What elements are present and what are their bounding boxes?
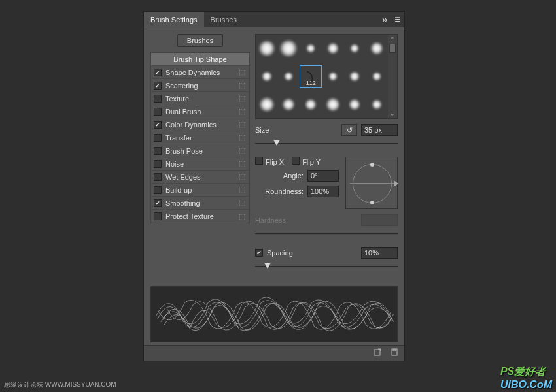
lock-icon[interactable]: ⬚: [237, 146, 247, 155]
brush-tip-shape-header[interactable]: Brush Tip Shape: [151, 53, 249, 66]
flip-x-checkbox[interactable]: Flip X: [255, 157, 284, 166]
option-label: Protect Texture: [165, 212, 237, 220]
stroke-preview: [150, 286, 398, 342]
trash-icon[interactable]: [390, 348, 399, 359]
option-label: Wet Edges: [165, 173, 237, 181]
reset-size-button[interactable]: ↺: [341, 124, 357, 136]
checkbox-icon[interactable]: [154, 121, 162, 129]
checkbox-icon[interactable]: [154, 186, 162, 194]
roundness-value[interactable]: 100%: [307, 186, 339, 197]
checkbox-icon[interactable]: [154, 173, 162, 181]
flip-y-checkbox[interactable]: Flip Y: [292, 157, 321, 166]
checkbox-icon[interactable]: [154, 199, 162, 207]
option-label: Dual Brush: [165, 108, 237, 116]
lock-icon[interactable]: ⬚: [237, 68, 247, 76]
arrow-right-icon: [394, 180, 398, 187]
lock-icon[interactable]: ⬚: [237, 120, 247, 129]
lock-icon[interactable]: ⬚: [237, 159, 247, 168]
checkbox-icon[interactable]: [154, 95, 162, 103]
option-label: Noise: [165, 160, 237, 168]
watermark-left: 思缘设计论坛 WWW.MISSYUAN.COM: [4, 380, 116, 389]
spacing-label: Spacing: [267, 249, 361, 257]
panel-tabs: Brush Settings Brushes » ≡: [144, 12, 404, 27]
spacing-value[interactable]: 10%: [361, 247, 398, 259]
option-dual-brush[interactable]: Dual Brush⬚: [151, 105, 249, 118]
thumbnails-scrollbar[interactable]: ⌃ ⌄: [388, 35, 397, 118]
option-label: Scattering: [165, 82, 237, 90]
checkbox-icon[interactable]: [154, 147, 162, 155]
panel-menu-icon[interactable]: ≡: [391, 13, 404, 26]
lock-icon[interactable]: ⬚: [237, 81, 247, 90]
lock-icon[interactable]: ⬚: [237, 133, 247, 142]
checkbox-icon[interactable]: [154, 212, 162, 220]
option-wet-edges[interactable]: Wet Edges⬚: [151, 171, 249, 184]
brush-thumbnails[interactable]: 112 ⌃ ⌄: [255, 34, 398, 119]
hardness-slider: [255, 231, 398, 242]
watermark-right: PS爱好者 UiBO.CoM: [500, 365, 552, 391]
hardness-row: Hardness: [255, 214, 398, 226]
brush-size-label: 112: [306, 80, 316, 86]
option-build-up[interactable]: Build-up⬚: [151, 184, 249, 197]
expand-icon[interactable]: »: [378, 13, 391, 26]
size-slider[interactable]: [255, 141, 398, 152]
flip-y-label: Flip Y: [302, 158, 321, 166]
lock-icon[interactable]: ⬚: [237, 212, 247, 221]
flip-x-label: Flip X: [266, 158, 284, 166]
options-sidebar: Brushes Brush Tip Shape Shape Dynamics⬚ …: [150, 34, 250, 274]
size-value[interactable]: 35 px: [361, 124, 398, 136]
option-protect-texture[interactable]: Protect Texture⬚: [151, 210, 249, 223]
checkbox-icon[interactable]: [154, 69, 162, 76]
option-label: Shape Dynamics: [165, 69, 237, 76]
size-row: Size ↺ 35 px: [255, 124, 398, 136]
scroll-up-icon[interactable]: ⌃: [390, 36, 395, 42]
option-label: Color Dynamics: [165, 121, 237, 129]
spacing-slider[interactable]: [255, 264, 398, 274]
lock-icon[interactable]: ⬚: [237, 172, 247, 181]
lock-icon[interactable]: ⬚: [237, 199, 247, 207]
checkbox-icon[interactable]: [154, 108, 162, 116]
option-shape-dynamics[interactable]: Shape Dynamics⬚: [151, 66, 249, 79]
panel-footer: [144, 345, 404, 361]
lock-icon[interactable]: ⬚: [237, 94, 247, 103]
option-brush-pose[interactable]: Brush Pose⬚: [151, 144, 249, 157]
option-label: Texture: [165, 95, 237, 103]
tab-brush-settings[interactable]: Brush Settings: [144, 12, 204, 27]
option-label: Brush Pose: [165, 147, 237, 155]
angle-label: Angle:: [255, 172, 304, 180]
angle-value[interactable]: 0°: [307, 170, 339, 182]
option-scattering[interactable]: Scattering⬚: [151, 79, 249, 92]
checkbox-icon[interactable]: [154, 160, 162, 168]
hardness-value: [361, 214, 398, 226]
lock-icon[interactable]: ⬚: [237, 107, 247, 116]
brush-options-list: Brush Tip Shape Shape Dynamics⬚ Scatteri…: [150, 52, 250, 223]
angle-dial[interactable]: [345, 157, 398, 209]
new-preset-icon[interactable]: [373, 348, 382, 359]
hardness-label: Hardness: [255, 216, 357, 224]
option-transfer[interactable]: Transfer⬚: [151, 131, 249, 144]
option-label: Smoothing: [165, 199, 237, 207]
svg-rect-0: [374, 350, 380, 355]
roundness-label: Roundness:: [255, 188, 304, 195]
brush-thumb-selected[interactable]: 112: [300, 63, 322, 91]
option-noise[interactable]: Noise⬚: [151, 157, 249, 171]
brush-settings-panel: Brush Settings Brushes » ≡ Brushes Brush…: [143, 11, 405, 361]
spacing-row: Spacing 10%: [255, 247, 398, 259]
svg-rect-2: [393, 350, 396, 351]
scroll-down-icon[interactable]: ⌄: [390, 110, 395, 117]
checkbox-icon[interactable]: [154, 82, 162, 90]
tab-brushes[interactable]: Brushes: [204, 12, 243, 27]
option-color-dynamics[interactable]: Color Dynamics⬚: [151, 118, 249, 131]
option-label: Build-up: [165, 186, 237, 194]
brushes-button[interactable]: Brushes: [177, 34, 223, 47]
lock-icon[interactable]: ⬚: [237, 186, 247, 194]
size-label: Size: [255, 126, 338, 134]
option-texture[interactable]: Texture⬚: [151, 92, 249, 105]
checkbox-icon[interactable]: [154, 134, 162, 142]
spacing-checkbox[interactable]: [255, 249, 263, 257]
option-smoothing[interactable]: Smoothing⬚: [151, 197, 249, 210]
option-label: Transfer: [165, 134, 237, 142]
scroll-handle[interactable]: [389, 44, 396, 53]
